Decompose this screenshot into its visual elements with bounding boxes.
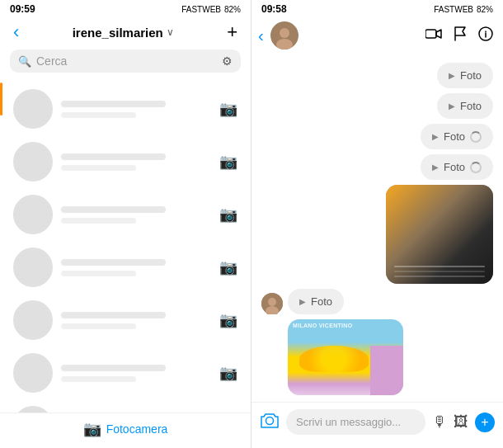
svg-point-8 [266, 417, 274, 424]
conv-preview [61, 376, 136, 382]
list-item[interactable]: 📷 [0, 399, 251, 413]
camera-footer-icon[interactable] [260, 412, 280, 433]
foto-label: Foto [460, 69, 482, 82]
foto-label: Foto [444, 161, 465, 173]
search-bar[interactable]: 🔍 Cerca ⚙ [10, 50, 241, 73]
conv-preview [61, 271, 136, 276]
foto-message[interactable]: ▶ Foto [437, 93, 493, 119]
avatar [13, 142, 53, 182]
msg-row-left: ▶ Foto [261, 289, 493, 314]
foto-label: Foto [444, 130, 465, 143]
status-icons-right: FASTWEB 82% [434, 5, 493, 14]
left-footer: 📷 Fotocamera [0, 413, 251, 448]
orange-indicator [0, 83, 2, 116]
list-item[interactable]: 📷 [0, 188, 251, 241]
list-item[interactable]: 📷 [0, 83, 251, 135]
search-placeholder: Cerca [36, 54, 217, 68]
conversations-list: 📷 📷 📷 📷 [0, 79, 251, 413]
avatar [13, 300, 53, 340]
conv-content [61, 259, 211, 276]
conv-name [61, 259, 166, 266]
avatar [13, 353, 53, 393]
chevron-down-icon: ∨ [167, 26, 174, 38]
flag-icon[interactable] [454, 26, 467, 45]
conv-name [61, 101, 166, 107]
back-button-left[interactable]: ‹ [13, 21, 19, 43]
sender-avatar [261, 293, 283, 314]
camera-icon: 📷 [219, 364, 237, 382]
location-text: MILANO VICENTINO [293, 323, 352, 328]
foto-label: Foto [460, 100, 482, 112]
avatar-right[interactable] [270, 21, 299, 50]
avatar-image [270, 21, 299, 50]
camera-icon: 📷 [219, 100, 237, 118]
list-item[interactable]: 📷 [0, 241, 251, 294]
username-area[interactable]: irene_silmarien ∨ [73, 26, 174, 40]
image-message-left[interactable]: MILANO VICENTINO [288, 319, 403, 395]
sender-avatar-img [261, 293, 283, 314]
foto-message[interactable]: ▶ Foto [437, 63, 493, 88]
play-icon: ▶ [432, 163, 439, 172]
list-item[interactable]: 📷 [0, 294, 251, 347]
conv-content [61, 153, 211, 171]
message-input[interactable]: Scrivi un messaggio... [286, 409, 425, 435]
loading-spinner [470, 162, 482, 173]
conv-item[interactable]: 📷 [0, 83, 251, 135]
loading-spinner [470, 131, 482, 143]
conv-content [61, 101, 211, 118]
camera-icon: 📷 [219, 258, 237, 276]
network-right: FASTWEB [434, 5, 473, 14]
keyboard-detail-2 [394, 276, 485, 277]
message-placeholder: Scrivi un messaggio... [296, 416, 401, 428]
time-left: 09:59 [10, 3, 35, 15]
conv-content [61, 312, 211, 329]
mic-icon[interactable]: 🎙 [432, 413, 447, 431]
building-element [370, 346, 403, 395]
fotocamera-button[interactable]: 📷 Fotocamera [83, 420, 168, 438]
conv-name [61, 365, 166, 371]
camera-icon: 📷 [219, 311, 237, 329]
foto-message-left[interactable]: ▶ Foto [288, 289, 344, 314]
flowers-blob [299, 346, 369, 372]
info-icon[interactable] [478, 26, 493, 45]
keyboard-image [386, 185, 493, 284]
svg-point-1 [280, 28, 289, 38]
play-icon: ▶ [449, 101, 455, 111]
gallery-icon[interactable]: 🖼 [454, 413, 468, 431]
list-item[interactable]: 📷 [0, 135, 251, 188]
svg-rect-3 [425, 30, 436, 38]
time-right: 09:58 [261, 3, 287, 15]
play-icon: ▶ [432, 132, 439, 141]
status-bar-right: 09:58 FASTWEB 82% [252, 0, 503, 18]
svg-point-6 [268, 298, 276, 306]
plus-label: + [481, 415, 488, 430]
flowers-image: MILANO VICENTINO [288, 319, 403, 395]
battery-right: 82% [477, 5, 493, 14]
play-icon: ▶ [299, 297, 306, 306]
search-icon: 🔍 [18, 55, 31, 68]
video-call-icon[interactable] [425, 28, 442, 43]
image-message-right[interactable] [386, 185, 493, 284]
camera-icon: 📷 [219, 153, 237, 171]
conv-preview [61, 218, 136, 224]
conv-preview [61, 323, 136, 329]
filter-icon[interactable]: ⚙ [222, 54, 233, 68]
network-left: FASTWEB [181, 5, 221, 14]
list-item[interactable]: 📷 [0, 347, 251, 399]
avatar [13, 89, 53, 129]
plus-button[interactable]: + [475, 413, 495, 432]
left-header: ‹ irene_silmarien ∨ + [0, 18, 251, 50]
camera-icon-blue: 📷 [83, 420, 101, 438]
conv-name [61, 153, 166, 160]
right-panel: 09:58 FASTWEB 82% ‹ [252, 0, 503, 448]
back-button-right[interactable]: ‹ [258, 26, 264, 45]
play-icon: ▶ [449, 71, 455, 80]
username-text: irene_silmarien [73, 26, 163, 40]
right-footer: Scrivi un messaggio... 🎙 🖼 + [252, 402, 503, 448]
foto-message[interactable]: ▶ Foto [421, 124, 493, 149]
new-chat-button[interactable]: + [227, 21, 237, 43]
avatar [13, 406, 53, 413]
foto-message[interactable]: ▶ Foto [421, 154, 493, 180]
conv-content [61, 365, 211, 382]
conv-preview [61, 165, 136, 171]
